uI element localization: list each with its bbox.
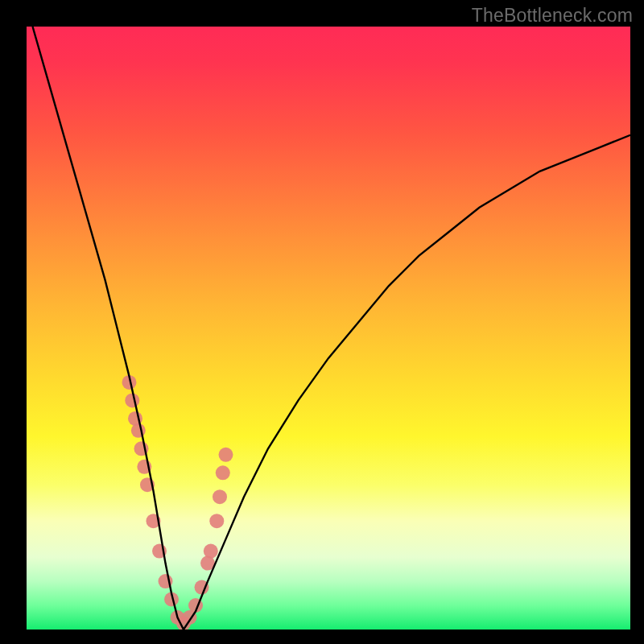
chart-svg: [27, 27, 630, 630]
marker-dot: [164, 592, 179, 607]
marker-dot: [171, 610, 185, 625]
marker-dot: [213, 489, 227, 504]
marker-dot: [159, 574, 173, 588]
marker-dot: [128, 411, 142, 426]
marker-dot: [209, 514, 224, 528]
marker-dot: [122, 375, 137, 390]
marker-dot: [137, 460, 151, 474]
marker-dot: [195, 580, 209, 595]
chart-frame: TheBottleneck.com: [0, 0, 644, 644]
marker-dot: [188, 598, 203, 613]
marker-dot: [140, 477, 155, 492]
marker-dot: [152, 544, 167, 559]
marker-dot: [147, 514, 161, 528]
marker-dot: [176, 617, 191, 630]
watermark-text: TheBottleneck.com: [472, 5, 633, 27]
plot-area: [27, 27, 630, 630]
marker-dot: [216, 465, 230, 480]
bottleneck-curve: [33, 27, 631, 630]
marker-dot: [183, 610, 197, 625]
marker-dot: [219, 448, 233, 462]
marker-dot: [204, 544, 218, 559]
marker-band-group: [122, 375, 233, 630]
marker-dot: [134, 441, 149, 456]
marker-dot: [125, 393, 139, 407]
marker-dot: [200, 556, 215, 571]
marker-dot: [131, 423, 146, 438]
